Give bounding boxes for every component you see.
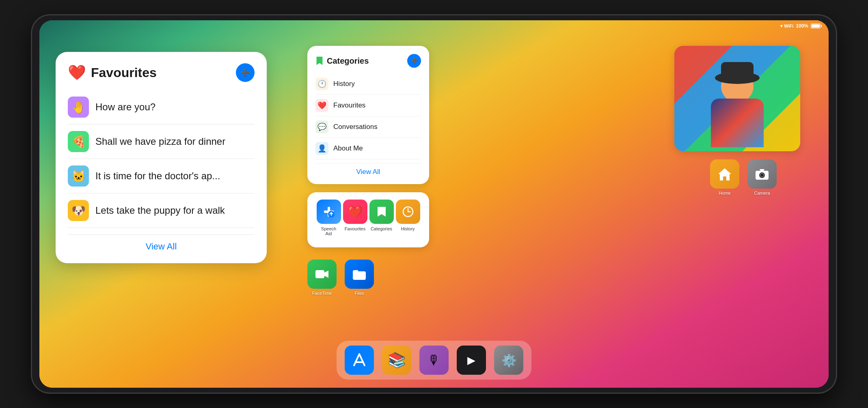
- app-camera[interactable]: Camera: [747, 159, 777, 195]
- categories-view-all[interactable]: View All: [315, 163, 421, 176]
- camera-label: Camera: [754, 191, 770, 195]
- categories-title: Categories: [327, 56, 369, 66]
- person-hat-top: [721, 62, 754, 78]
- favourites-header: ❤️ Favourites ➕: [68, 63, 255, 82]
- category-label: History: [333, 80, 355, 88]
- dock-settings[interactable]: ⚙️: [494, 346, 523, 375]
- facetime-camera-icon: [314, 266, 330, 282]
- files-label: Files: [354, 291, 364, 296]
- svg-rect-7: [315, 270, 324, 278]
- svg-point-13: [761, 174, 763, 176]
- sa-app-history[interactable]: History: [396, 200, 420, 236]
- item-text: Lets take the puppy for a walk: [95, 205, 225, 216]
- home-label: Home: [719, 191, 730, 195]
- sa-history-label: History: [401, 226, 415, 231]
- battery-percentage: 100%: [796, 23, 808, 29]
- list-item[interactable]: 🐶 Lets take the puppy for a walk: [68, 193, 255, 228]
- facetime-icon: [307, 260, 337, 289]
- ipad-screen: ▾ WiFi 100% ❤️ Favourites: [39, 20, 829, 388]
- list-item[interactable]: 👤 About Me: [315, 138, 421, 159]
- speechaid-apps: SpeechAid ❤️ Favourites: [315, 200, 421, 236]
- item-text: It is time for the doctor's ap...: [95, 170, 220, 182]
- category-label: Favourites: [333, 101, 365, 110]
- categories-header: Categories ➕: [315, 54, 421, 68]
- speechaid-cross-icon: [322, 205, 335, 218]
- aboutme-icon: 👤: [315, 142, 328, 155]
- right-apps-row: Home Camera: [674, 159, 812, 195]
- favourites-widget: ❤️ Favourites ➕ 🤚 How are you? 🍕: [56, 52, 267, 263]
- wifi-icon: ▾ WiFi: [780, 24, 793, 29]
- camera-icon: [747, 159, 777, 189]
- sa-app-categories[interactable]: Categories: [369, 200, 394, 236]
- svg-marker-8: [324, 271, 328, 278]
- dock: 📚 🎙 ▶ ⚙️: [337, 341, 531, 380]
- categories-add-button[interactable]: ➕: [407, 54, 421, 68]
- svg-line-15: [359, 354, 365, 365]
- speechaid-widget: SpeechAid ❤️ Favourites: [307, 192, 429, 247]
- bookmark-filled-icon: [375, 205, 388, 218]
- categories-widget: Categories ➕ 🕐 History ❤️ Favourites: [307, 46, 429, 184]
- sa-categories-icon: [369, 200, 394, 224]
- battery-icon: [811, 24, 820, 28]
- sa-favourites-label: Favourites: [345, 226, 365, 231]
- favourites-view-all[interactable]: View All: [68, 234, 255, 252]
- camera-lens-icon: [754, 166, 770, 182]
- speechaid-label: SpeechAid: [321, 226, 336, 236]
- item-text: How are you?: [95, 101, 155, 113]
- photo-widget-inner: [674, 46, 800, 151]
- person-body: [711, 99, 764, 147]
- list-item[interactable]: 💬 Conversations: [315, 116, 421, 138]
- favourites-icon: ❤️: [315, 99, 328, 112]
- sa-history-icon: [396, 200, 420, 224]
- conversations-icon: 💬: [315, 120, 328, 133]
- sa-categories-label: Categories: [371, 226, 392, 231]
- dock-podcasts[interactable]: 🎙: [419, 346, 449, 375]
- list-item[interactable]: 🍕 Shall we have pizza for dinner: [68, 125, 255, 159]
- item-icon: 🐶: [68, 200, 89, 221]
- clock-icon: [402, 205, 415, 218]
- dock-appletv[interactable]: ▶: [457, 346, 486, 375]
- dock-books[interactable]: 📚: [382, 346, 411, 375]
- category-label: Conversations: [333, 123, 378, 131]
- app-files[interactable]: Files: [345, 260, 374, 296]
- dock-appstore[interactable]: [345, 346, 374, 375]
- list-item[interactable]: 🤚 How are you?: [68, 90, 255, 125]
- item-icon: 🤚: [68, 97, 89, 118]
- list-item[interactable]: 🕐 History: [315, 73, 421, 95]
- svg-line-14: [354, 354, 359, 365]
- item-icon: 🍕: [68, 131, 89, 152]
- sa-app-speechaid[interactable]: SpeechAid: [317, 200, 341, 236]
- appstore-icon: [345, 346, 374, 375]
- settings-icon: ⚙️: [494, 346, 523, 375]
- sa-favourites-icon: ❤️: [343, 200, 367, 224]
- home-icon: [710, 159, 739, 189]
- podcasts-icon: 🎙: [419, 346, 449, 375]
- person-silhouette: [701, 62, 774, 151]
- app-home[interactable]: Home: [710, 159, 739, 195]
- status-bar: ▾ WiFi 100%: [39, 20, 829, 32]
- categories-title-row: Categories: [315, 56, 369, 66]
- books-icon: 📚: [382, 346, 411, 375]
- appletv-icon: ▶: [457, 346, 486, 375]
- favourites-title-row: ❤️ Favourites: [68, 64, 157, 81]
- bookmark-icon: [315, 56, 324, 66]
- facetime-label: FaceTime: [312, 291, 332, 296]
- app-facetime[interactable]: FaceTime: [307, 260, 337, 296]
- svg-marker-9: [718, 168, 731, 180]
- favourites-add-icon: ➕: [241, 68, 250, 77]
- list-item[interactable]: ❤️ Favourites: [315, 95, 421, 116]
- speechaid-icon: [317, 200, 341, 224]
- main-content: ❤️ Favourites ➕ 🤚 How are you? 🍕: [39, 32, 829, 388]
- photo-widget: [674, 46, 800, 151]
- list-item[interactable]: 🐱 It is time for the doctor's ap...: [68, 159, 255, 193]
- sa-app-favourites[interactable]: ❤️ Favourites: [343, 200, 367, 236]
- favourites-add-button[interactable]: ➕: [236, 63, 255, 82]
- home-house-icon: [717, 166, 733, 182]
- appstore-a-icon: [351, 352, 368, 369]
- middle-apps-row: FaceTime Files: [307, 260, 374, 296]
- plus-icon: ➕: [411, 58, 418, 64]
- category-label: About Me: [333, 144, 363, 152]
- files-folder-icon: [351, 266, 367, 282]
- item-icon: 🐱: [68, 165, 89, 187]
- favourites-title: Favourites: [91, 65, 157, 80]
